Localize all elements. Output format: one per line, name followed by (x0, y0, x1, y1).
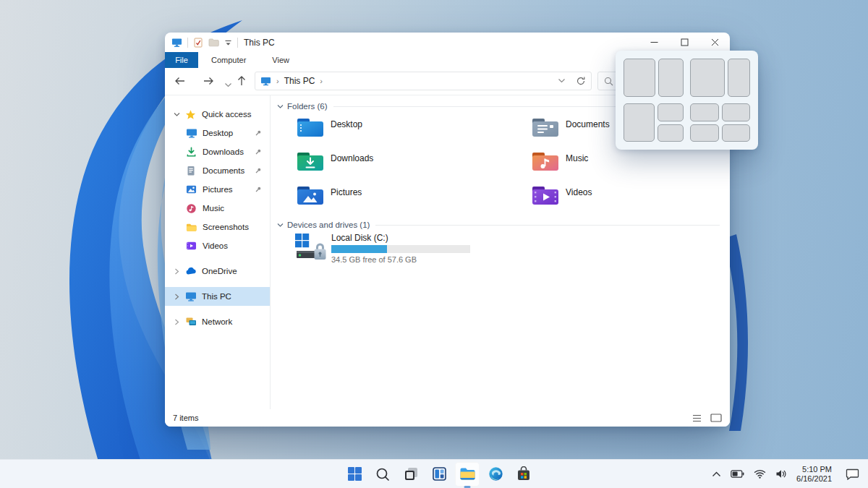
sidebar-item-music[interactable]: Music (165, 199, 271, 218)
status-bar: 7 items (165, 409, 730, 427)
snap-pane[interactable] (624, 59, 655, 97)
sidebar-item-onedrive[interactable]: OneDrive (165, 262, 271, 281)
notifications-chat-icon[interactable] (846, 468, 859, 480)
snap-layout-two-columns[interactable] (624, 59, 684, 97)
breadcrumb-separator: › (276, 77, 279, 85)
minimize-button[interactable] (639, 33, 669, 52)
address-dropdown-icon[interactable] (558, 78, 566, 84)
tray-time: 5:10 PM (796, 465, 832, 474)
maximize-button[interactable] (669, 33, 699, 52)
large-icons-view-icon[interactable] (710, 414, 722, 422)
sidebar-item-network[interactable]: Network (165, 312, 271, 331)
folder-item-music[interactable]: Music (531, 150, 766, 184)
properties-icon[interactable] (193, 38, 203, 48)
search-button[interactable] (370, 462, 395, 487)
volume-icon[interactable] (775, 469, 787, 479)
devices-section-header[interactable]: Devices and drives (1) (277, 221, 720, 229)
refresh-icon[interactable] (576, 76, 586, 86)
snap-pane[interactable] (690, 124, 719, 142)
up-button[interactable] (236, 75, 247, 90)
tab-file[interactable]: File (165, 52, 198, 68)
pin-icon (255, 129, 262, 138)
folder-item-pictures[interactable]: Pictures (296, 184, 531, 218)
tray-chevron-up-icon[interactable] (712, 471, 721, 477)
widgets-button[interactable] (427, 462, 451, 487)
sidebar-item-documents[interactable]: Documents (165, 161, 271, 180)
start-button[interactable] (342, 462, 367, 487)
snap-pane[interactable] (728, 59, 750, 97)
music-folder-icon (531, 150, 560, 173)
divider (375, 225, 720, 226)
sidebar-item-quick-access[interactable]: Quick access (165, 105, 271, 124)
pictures-folder-icon (296, 184, 325, 207)
sidebar-item-pictures[interactable]: Pictures (165, 180, 271, 199)
download-icon (186, 146, 198, 158)
file-explorer-icon (459, 467, 476, 481)
snap-pane[interactable] (690, 103, 719, 121)
disk-usage-bar (331, 245, 470, 253)
taskbar-clock[interactable]: 5:10 PM 6/16/2021 (796, 465, 832, 484)
details-view-icon[interactable] (692, 414, 702, 422)
taskbar-center-icons (342, 462, 536, 487)
back-button[interactable] (174, 75, 186, 90)
address-bar[interactable]: › This PC › (255, 72, 592, 90)
chevron-right-icon[interactable] (172, 319, 182, 325)
sidebar-item-screenshots[interactable]: Screenshots (165, 218, 271, 236)
desktop-icon (186, 127, 198, 139)
snap-layout-two-columns-wide-left[interactable] (690, 59, 750, 97)
breadcrumb-this-pc[interactable]: This PC (284, 76, 315, 86)
wifi-icon[interactable] (754, 469, 766, 479)
snap-pane[interactable] (722, 124, 751, 142)
chevron-down-icon[interactable] (172, 112, 182, 117)
file-explorer-button[interactable] (455, 462, 480, 487)
snap-layouts-flyout (616, 51, 758, 150)
folder-item-videos[interactable]: Videos (531, 184, 766, 218)
sidebar-item-downloads[interactable]: Downloads (165, 142, 271, 161)
chevron-right-icon[interactable] (172, 294, 182, 300)
tab-view[interactable]: View (259, 52, 302, 68)
snap-layout-quadrants[interactable] (690, 103, 750, 142)
tab-computer[interactable]: Computer (198, 52, 259, 68)
folder-item-desktop[interactable]: Desktop (296, 116, 531, 150)
folder-item-downloads[interactable]: Downloads (296, 150, 531, 184)
edge-button[interactable] (483, 462, 508, 487)
drive-name: Local Disk (C:) (331, 233, 470, 243)
battery-icon[interactable] (731, 470, 744, 478)
sidebar-item-this-pc[interactable]: This PC (165, 287, 271, 306)
chevron-right-icon[interactable] (172, 268, 182, 275)
video-icon (186, 240, 198, 252)
documents-folder-icon (531, 116, 560, 139)
divider (187, 38, 188, 48)
close-button[interactable] (699, 33, 730, 52)
sidebar-item-videos[interactable]: Videos (165, 236, 271, 255)
recent-locations-icon[interactable] (224, 78, 232, 91)
snap-pane[interactable] (658, 59, 684, 97)
search-icon (604, 77, 613, 86)
microsoft-store-icon (516, 466, 531, 481)
snap-pane[interactable] (624, 103, 655, 142)
snap-pane[interactable] (690, 59, 725, 97)
snap-pane[interactable] (658, 124, 684, 142)
new-folder-icon[interactable] (208, 38, 219, 47)
item-count: 7 items (173, 414, 198, 422)
disk-free-text: 34.5 GB free of 57.6 GB (331, 255, 470, 264)
drive-item-local-disk-c[interactable]: Local Disk (C:) 34.5 GB free of 57.6 GB (294, 233, 470, 264)
picture-icon (186, 184, 198, 195)
tray-date: 6/16/2021 (796, 474, 832, 484)
pin-icon (255, 186, 262, 194)
snap-pane[interactable] (722, 103, 751, 121)
desktop-folder-icon (296, 116, 325, 139)
customize-toolbar-icon[interactable] (224, 39, 232, 46)
task-view-button[interactable] (399, 462, 423, 487)
snap-pane[interactable] (658, 103, 684, 121)
sidebar-item-desktop[interactable]: Desktop (165, 124, 271, 142)
snap-layout-left-half-right-stack[interactable] (624, 103, 684, 142)
edge-icon (488, 466, 503, 481)
local-disk-icon (294, 233, 326, 262)
system-tray: 5:10 PM 6/16/2021 (712, 465, 868, 484)
desktop: This PC File Computer View › This PC › (0, 0, 868, 488)
microsoft-store-button[interactable] (511, 462, 536, 487)
forward-button[interactable] (203, 75, 215, 90)
downloads-folder-icon (296, 150, 325, 173)
widgets-icon (432, 466, 447, 481)
